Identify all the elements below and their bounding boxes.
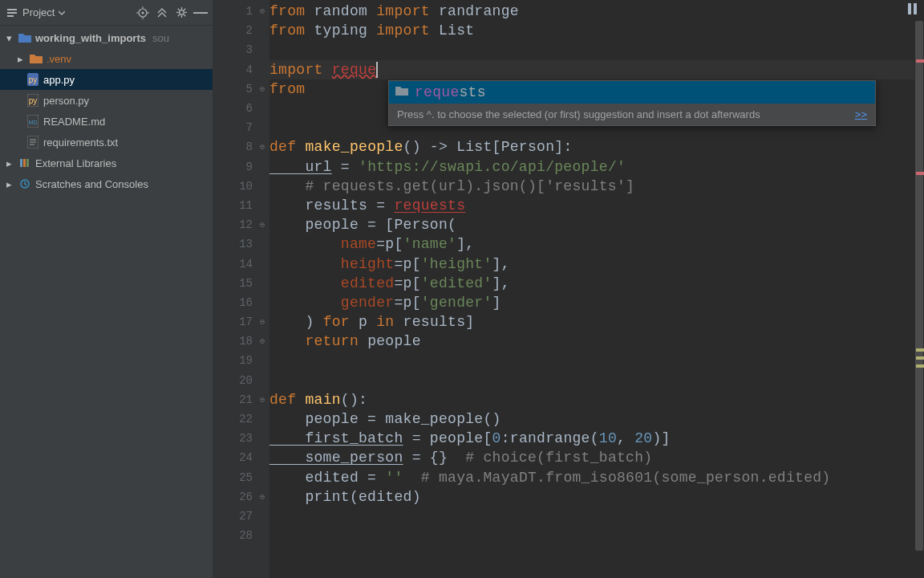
completion-hint: Press ^. to choose the selected (or firs… [389, 104, 875, 125]
code-line[interactable] [270, 526, 924, 545]
warning-marker[interactable] [916, 348, 924, 352]
file-app-row[interactable]: py app.py [0, 69, 213, 90]
code-line[interactable]: def main(): [270, 390, 924, 409]
line-number: 15 [239, 277, 253, 290]
line-number: 11 [239, 199, 253, 212]
line-number: 3 [246, 43, 253, 56]
svg-line-15 [184, 14, 185, 16]
libraries-icon [18, 157, 32, 169]
sidebar-header: Project — [0, 0, 213, 26]
fold-marker-icon[interactable]: ⊖ [257, 6, 267, 16]
code-line[interactable] [270, 40, 924, 59]
project-sidebar: Project — ▾ working [0, 0, 213, 578]
code-line[interactable]: gender=p['gender'] [270, 293, 924, 312]
venv-row[interactable]: ▸ .venv [0, 48, 213, 69]
line-number: 2 [246, 24, 253, 37]
external-libs-label: External Libraries [35, 157, 116, 169]
scrollbar-thumb[interactable] [915, 21, 923, 551]
fold-marker-icon[interactable]: ⊖ [257, 84, 267, 94]
code-line[interactable]: ) for p in results] [270, 312, 924, 332]
code-editor[interactable]: 1⊖ 2 3 4 5⊖ 6 7 8⊖ 9 10 11 12⊖ 13 14 15 … [213, 0, 924, 578]
line-number: 20 [239, 374, 253, 387]
fold-marker-icon[interactable]: ⊖ [257, 220, 267, 230]
code-line[interactable]: edited = '' # maya.MayaDT.from_iso8601(s… [270, 468, 924, 487]
line-number: 9 [246, 161, 253, 173]
code-line[interactable]: # requests.get(url).json()['results'] [270, 177, 924, 196]
line-number: 1 [246, 5, 253, 18]
code-line[interactable]: edited=p['edited'], [270, 274, 924, 293]
line-number: 10 [239, 180, 253, 193]
hide-icon[interactable]: — [193, 6, 208, 20]
code-line[interactable]: import reque [270, 60, 924, 79]
svg-point-9 [179, 10, 184, 15]
code-area[interactable]: from random import randrange from typing… [270, 0, 924, 578]
svg-line-16 [177, 14, 179, 16]
locate-icon[interactable] [136, 6, 150, 20]
gear-icon[interactable] [174, 6, 188, 20]
package-icon [395, 84, 408, 100]
file-person-row[interactable]: py person.py [0, 90, 213, 111]
line-number: 26 [239, 490, 253, 503]
code-line[interactable]: url = 'https://swapi.co/api/people/' [270, 157, 924, 177]
completion-item[interactable]: requests [389, 81, 875, 104]
error-marker[interactable] [916, 172, 924, 175]
code-line[interactable]: height=p['height'], [270, 254, 924, 273]
markdown-file-icon: MD [26, 115, 40, 128]
svg-text:MD: MD [29, 120, 38, 125]
line-number: 18 [239, 335, 253, 348]
scratches-icon [18, 178, 32, 189]
project-root-row[interactable]: ▾ working_with_imports sou [0, 27, 213, 48]
code-line[interactable]: from random import randrange [270, 2, 924, 21]
code-line[interactable]: results = requests [270, 196, 924, 215]
file-readme-row[interactable]: MD README.md [0, 111, 213, 132]
fold-marker-icon[interactable]: ⊖ [257, 492, 267, 502]
external-libs-row[interactable]: ▸ External Libraries [0, 153, 213, 173]
text-caret [376, 62, 378, 78]
svg-rect-30 [26, 159, 29, 167]
code-line[interactable]: def make_people() -> List[Person]: [270, 137, 924, 157]
error-marker[interactable] [916, 59, 924, 63]
line-number: 25 [239, 471, 253, 484]
fold-marker-icon[interactable]: ⊖ [257, 395, 267, 405]
svg-rect-2 [7, 15, 14, 17]
dropdown-icon[interactable] [58, 6, 66, 20]
code-line[interactable]: return people [270, 332, 924, 351]
expand-all-icon[interactable] [155, 6, 169, 20]
project-root-suffix: sou [152, 32, 169, 44]
code-line[interactable]: people = [Person( [270, 215, 924, 234]
inspection-pause-icon[interactable] [908, 3, 919, 14]
code-line[interactable]: name=p['name'], [270, 234, 924, 254]
svg-rect-0 [7, 9, 17, 10]
warning-marker[interactable] [916, 364, 924, 368]
folder-icon [18, 32, 32, 43]
code-line[interactable] [270, 371, 924, 390]
completion-popup: requests Press ^. to choose the selected… [388, 80, 876, 126]
file-requirements-label: requirements.txt [43, 136, 118, 149]
scratches-label: Scratches and Consoles [35, 178, 148, 190]
code-line[interactable]: from typing import List [270, 21, 924, 40]
code-line[interactable]: print(edited) [270, 487, 924, 507]
completion-rest: sts [460, 84, 486, 100]
file-person-label: person.py [43, 95, 89, 107]
folder-icon [29, 53, 43, 64]
code-line[interactable] [270, 351, 924, 370]
fold-marker-icon[interactable]: ⊖ [257, 336, 267, 346]
code-line[interactable]: some_person = {} # choice(first_batch) [270, 448, 924, 467]
completion-match: reque [415, 84, 460, 100]
file-requirements-row[interactable]: requirements.txt [0, 132, 213, 153]
code-line[interactable]: people = make_people() [270, 409, 924, 429]
code-line[interactable] [270, 507, 924, 526]
chevron-right-icon: ▸ [3, 178, 14, 190]
fold-marker-icon[interactable]: ⊖ [257, 142, 267, 152]
line-number: 7 [246, 121, 253, 134]
line-number: 13 [239, 238, 253, 250]
completion-more-link[interactable]: >> [855, 108, 867, 120]
project-view-icon [5, 6, 19, 20]
python-file-icon: py [26, 73, 40, 86]
code-line[interactable]: first_batch = people[0:randrange(10, 20)… [270, 429, 924, 448]
fold-marker-icon[interactable]: ⊖ [257, 317, 267, 327]
editor-scrollbar[interactable] [914, 19, 924, 557]
warning-marker[interactable] [916, 356, 924, 360]
sidebar-title[interactable]: Project [22, 6, 55, 18]
scratches-row[interactable]: ▸ Scratches and Consoles [0, 173, 213, 194]
